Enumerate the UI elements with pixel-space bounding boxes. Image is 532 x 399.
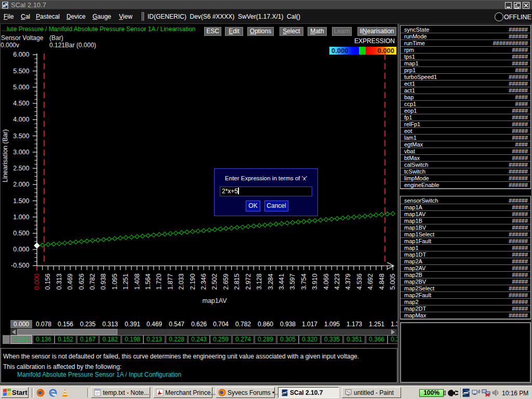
svg-text:2.500: 2.500 (13, 165, 29, 172)
svg-text:2.190: 2.190 (189, 273, 196, 289)
svg-text:1.095: 1.095 (111, 273, 118, 289)
svg-text:0.000: 0.000 (13, 246, 29, 253)
svg-text:2.033: 2.033 (178, 273, 185, 289)
svg-text:0.469: 0.469 (66, 273, 74, 289)
svg-text:2.659: 2.659 (222, 273, 230, 289)
svg-text:0.313: 0.313 (56, 273, 63, 289)
svg-text:2.815: 2.815 (233, 273, 241, 289)
svg-text:1.564: 1.564 (144, 273, 152, 289)
svg-text:1.877: 1.877 (167, 273, 174, 289)
svg-text:1.000: 1.000 (13, 214, 29, 221)
svg-text:4.223: 4.223 (334, 273, 341, 289)
svg-text:3.597: 3.597 (289, 273, 296, 289)
svg-text:1.251: 1.251 (122, 273, 129, 289)
svg-text:3.284: 3.284 (267, 273, 274, 289)
svg-text:0.938: 0.938 (100, 273, 107, 289)
svg-text:2.000: 2.000 (13, 181, 29, 188)
svg-text:2.346: 2.346 (200, 273, 207, 289)
svg-text:4.500: 4.500 (13, 100, 29, 107)
svg-text:5.005: 5.005 (389, 273, 396, 289)
svg-text:Linearisation (Bar): Linearisation (Bar) (2, 129, 9, 182)
svg-text:0.500: 0.500 (13, 230, 29, 237)
svg-text:2.972: 2.972 (245, 273, 252, 289)
svg-text:-0.500: -0.500 (11, 262, 29, 269)
svg-text:3.441: 3.441 (278, 273, 285, 289)
svg-text:6.000: 6.000 (13, 51, 29, 58)
svg-text:5.000: 5.000 (13, 84, 29, 91)
svg-text:3.000: 3.000 (13, 149, 29, 156)
svg-text:1.500: 1.500 (13, 197, 29, 205)
svg-text:4.692: 4.692 (367, 273, 374, 289)
svg-text:1.408: 1.408 (134, 273, 141, 289)
svg-text:0.000: 0.000 (33, 273, 41, 289)
svg-text:4.848: 4.848 (378, 273, 385, 289)
svg-text:0.782: 0.782 (89, 273, 96, 289)
svg-text:3.500: 3.500 (13, 132, 29, 140)
svg-text:map1AV: map1AV (202, 297, 227, 304)
svg-text:3.128: 3.128 (256, 273, 263, 289)
svg-text:0.156: 0.156 (44, 273, 51, 289)
svg-text:4.000: 4.000 (13, 116, 29, 123)
svg-text:5.500: 5.500 (13, 68, 29, 75)
svg-text:0.626: 0.626 (78, 273, 85, 289)
svg-text:4.066: 4.066 (323, 273, 330, 289)
svg-text:4.536: 4.536 (356, 273, 363, 289)
svg-text:2.502: 2.502 (211, 273, 218, 289)
svg-text:3.910: 3.910 (311, 273, 318, 289)
svg-text:4.379: 4.379 (344, 273, 352, 289)
svg-text:1.720: 1.720 (155, 273, 163, 289)
svg-text:3.754: 3.754 (300, 273, 308, 289)
